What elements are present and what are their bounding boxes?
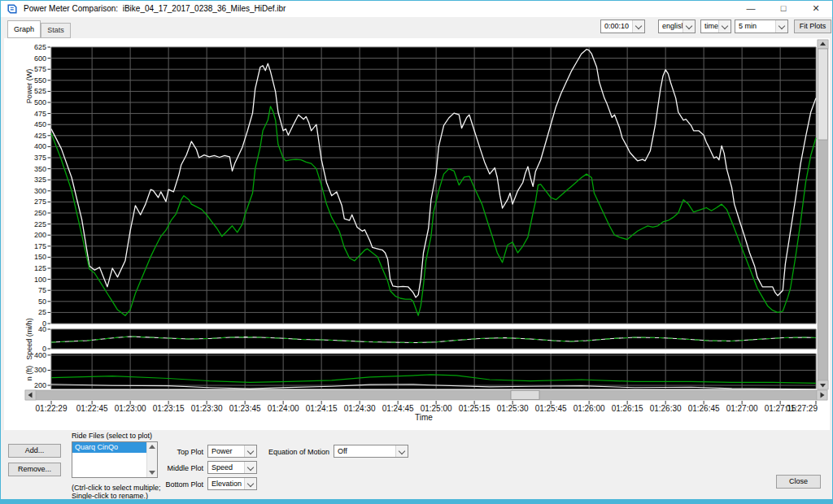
- bottom-plot-combo[interactable]: Elevation: [207, 477, 257, 490]
- ride-files-label: Ride Files (select to plot): [72, 432, 152, 440]
- power-plot-tick-label: 600: [34, 54, 46, 63]
- tab-stats[interactable]: Stats: [41, 23, 71, 38]
- bottom-plot-combo-value: Elevation: [212, 480, 242, 488]
- h-scrollbar-thumb[interactable]: [511, 391, 539, 400]
- scroll-up-icon[interactable]: [149, 445, 155, 449]
- v-scrollbar-thumb[interactable]: [818, 49, 828, 140]
- time-tick-label: 01:27:29: [786, 404, 818, 413]
- time-tick-label: 01:24:15: [306, 404, 338, 413]
- power-plot-tick-label: 50: [38, 298, 46, 306]
- time-tick-label: 01:26:15: [612, 404, 643, 413]
- power-plot-tick-label: 400: [34, 142, 46, 150]
- equation-of-motion-combo-value: Off: [338, 447, 347, 455]
- power-plot-tick-label: 250: [34, 209, 46, 217]
- power-plot-tick-label: 75: [38, 286, 46, 294]
- power-plot-tick-label: 500: [34, 98, 46, 106]
- window-size-combo[interactable]: 5 min: [735, 20, 788, 33]
- power-plot-tick-label: 475: [34, 110, 46, 118]
- power-plot-tick-label: 425: [34, 132, 46, 140]
- h-scrollbar[interactable]: [25, 390, 827, 400]
- chevron-down-icon: [244, 445, 256, 457]
- chevron-down-icon: [244, 478, 256, 489]
- ride-files-listbox[interactable]: Quarq CinQo: [72, 441, 158, 478]
- top-plot-combo[interactable]: Power: [207, 445, 257, 458]
- xaxis-mode-combo[interactable]: time: [700, 20, 731, 33]
- time-tick-label: 01:25:15: [459, 404, 491, 413]
- window-bottom-border: [1, 499, 832, 503]
- time-tick-label: 01:22:45: [76, 404, 108, 413]
- middle-plot-combo-value: Speed: [212, 463, 233, 471]
- power-plot-tick-label: 275: [34, 198, 46, 206]
- chart-area: 0255075100125150175200225250275300325350…: [4, 38, 830, 430]
- scroll-down-icon[interactable]: [149, 471, 155, 475]
- speed-plot-axis-title: Speed (mi/h): [25, 318, 33, 360]
- power-plot-tick-label: 200: [34, 231, 46, 239]
- speed-plot-canvas[interactable]: [51, 329, 816, 349]
- tab-graph[interactable]: Graph: [7, 20, 41, 38]
- chevron-down-icon: [632, 20, 644, 33]
- power-plot-tick-label: 225: [34, 220, 46, 228]
- speed-plot-tick-label: 40: [38, 325, 46, 333]
- close-button[interactable]: Close: [776, 475, 821, 489]
- top-plot-combo-value: Power: [212, 447, 233, 455]
- power-plot-tick-label: 25: [38, 308, 46, 316]
- interval-combo-value: 0:00:10: [604, 22, 629, 30]
- interval-combo[interactable]: 0:00:10: [600, 20, 645, 33]
- power-plot-tick-label: 100: [34, 276, 46, 284]
- elevation-plot-canvas[interactable]: [51, 354, 816, 389]
- time-tick-label: 01:23:30: [191, 404, 223, 413]
- app-window: Power Meter Comparison: iBike_04_17_2017…: [0, 0, 833, 504]
- elevation-plot-tick-label: 300: [34, 366, 46, 374]
- v-scrollbar[interactable]: [818, 40, 828, 389]
- time-tick-label: 01:25:00: [421, 404, 452, 413]
- time-axis: 01:22:2901:22:4501:23:0001:23:1501:23:30…: [36, 401, 818, 422]
- middle-plot-combo[interactable]: Speed: [207, 461, 257, 474]
- ride-files-hint-line1: (Ctrl-click to select multiple;: [72, 484, 161, 492]
- elevation-plot: 400300200n (ft): [25, 351, 816, 389]
- time-tick-label: 01:23:00: [115, 404, 146, 413]
- time-tick-label: 01:23:15: [153, 404, 185, 413]
- app-icon: [7, 3, 18, 15]
- listbox-scrollbar[interactable]: [146, 442, 157, 477]
- window-size-combo-value: 5 min: [739, 22, 757, 30]
- ride-file-item[interactable]: Quarq CinQo: [72, 442, 146, 453]
- power-plot-tick-label: 300: [34, 187, 46, 195]
- time-tick-label: 01:24:30: [344, 404, 376, 413]
- fit-plots-button[interactable]: Fit Plots: [794, 20, 831, 33]
- chevron-down-icon: [395, 445, 408, 457]
- power-plot-tick-label: 625: [34, 43, 46, 51]
- maximize-icon[interactable]: □: [767, 1, 800, 17]
- power-plot-tick-label: 325: [34, 176, 46, 184]
- time-tick-label: 01:23:45: [229, 404, 261, 413]
- time-tick-label: 01:25:45: [535, 404, 567, 413]
- time-tick-label: 01:24:00: [268, 404, 299, 413]
- window-title: Power Meter Comparison: iBike_04_17_2017…: [24, 4, 286, 13]
- power-plot-tick-label: 150: [34, 253, 46, 261]
- add-button[interactable]: Add...: [8, 444, 61, 458]
- units-combo[interactable]: english: [658, 20, 696, 33]
- power-plot-tick-label: 125: [34, 264, 46, 272]
- power-plot: 0255075100125150175200225250275300325350…: [25, 43, 816, 328]
- power-plot-axis-title: Power (W): [25, 69, 33, 104]
- minimize-icon[interactable]: —: [735, 1, 767, 17]
- plots-svg: 0255075100125150175200225250275300325350…: [4, 38, 830, 430]
- bottom-plot-label: Bottom Plot: [159, 480, 203, 489]
- power-plot-tick-label: 350: [34, 165, 46, 173]
- chevron-down-icon: [718, 20, 731, 33]
- equation-of-motion-combo[interactable]: Off: [334, 445, 408, 458]
- power-plot-tick-label: 375: [34, 154, 46, 162]
- close-icon[interactable]: ✕: [800, 1, 832, 17]
- time-tick-label: 01:25:30: [497, 404, 529, 413]
- power-plot-tick-label: 525: [34, 87, 46, 95]
- power-plot-tick-label: 575: [34, 65, 46, 73]
- title-bar: Power Meter Comparison: iBike_04_17_2017…: [1, 1, 832, 17]
- elevation-plot-tick-label: 200: [34, 381, 46, 389]
- power-plot-tick-label: 175: [34, 242, 46, 250]
- remove-button[interactable]: Remove...: [8, 463, 61, 476]
- chevron-down-icon: [775, 20, 787, 33]
- xaxis-mode-combo-value: time: [704, 22, 718, 30]
- power-plot-tick-label: 450: [34, 120, 46, 128]
- time-tick-label: 01:24:45: [382, 404, 414, 413]
- h-scrollbar-track[interactable]: [25, 390, 827, 400]
- elevation-plot-tick-label: 400: [34, 351, 46, 359]
